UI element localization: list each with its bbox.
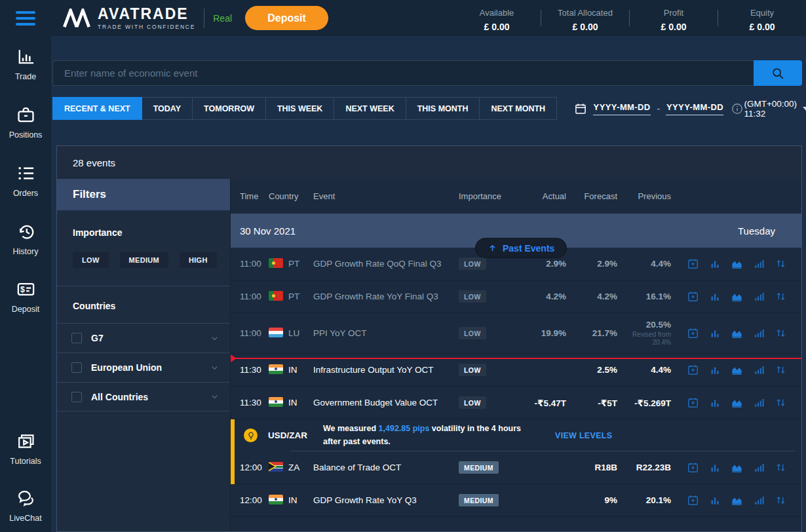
tab-this-week[interactable]: THIS WEEK <box>266 97 334 120</box>
tab-this-month[interactable]: THIS MONTH <box>406 97 480 120</box>
price-levels-icon[interactable] <box>775 327 787 339</box>
importance-cell: LOW <box>459 364 529 376</box>
importance-cell: LOW <box>459 327 529 339</box>
price-levels-icon[interactable] <box>775 494 787 506</box>
add-to-calendar-icon[interactable] <box>687 257 699 270</box>
add-to-calendar-icon[interactable] <box>687 290 699 303</box>
sidebar-item-tutorials[interactable]: Tutorials <box>0 431 51 466</box>
country-group-all-countries[interactable]: All Countries <box>57 382 230 411</box>
sidebar-item-history[interactable]: History <box>0 221 51 256</box>
sidebar-item-orders[interactable]: Orders <box>0 163 51 198</box>
volatility-bars-icon[interactable] <box>709 494 721 506</box>
past-events-button[interactable]: Past Events <box>475 238 567 258</box>
volatility-bars-icon[interactable] <box>709 257 721 270</box>
sidebar-item-label: LiveChat <box>9 514 41 523</box>
importance-medium-button[interactable]: MEDIUM <box>120 252 168 268</box>
sidebar-item-label: History <box>13 247 39 256</box>
row-actions <box>683 327 801 339</box>
volatility-bars-icon[interactable] <box>709 290 721 303</box>
area-chart-icon[interactable] <box>731 396 743 409</box>
impact-bars-icon[interactable] <box>753 364 765 376</box>
add-to-calendar-icon[interactable] <box>687 327 699 339</box>
area-chart-icon[interactable] <box>731 327 743 339</box>
area-chart-icon[interactable] <box>731 257 743 270</box>
volatility-bars-icon[interactable] <box>709 364 721 376</box>
importance-badge: MEDIUM <box>459 461 499 474</box>
date-to-input[interactable] <box>666 102 723 115</box>
sidebar-item-livechat[interactable]: LiveChat <box>0 488 51 523</box>
view-levels-link[interactable]: VIEW LEVELS <box>555 431 612 440</box>
price-levels-icon[interactable] <box>775 257 787 270</box>
actual-value: -₹5.47T <box>529 398 582 408</box>
events-table: Time Country Event Importance Actual For… <box>231 179 801 531</box>
events-count: 28 events <box>73 157 115 168</box>
row-actions <box>683 494 801 506</box>
g7-checkbox[interactable] <box>71 333 82 343</box>
highlight-bar <box>231 419 235 484</box>
stat-equity: Equity £ 0.00 <box>718 4 806 32</box>
event-time: 11:00 <box>240 259 269 269</box>
search-button[interactable] <box>754 60 802 86</box>
info-icon[interactable] <box>731 102 744 115</box>
eu-checkbox[interactable] <box>71 362 82 373</box>
calendar-icon[interactable] <box>574 102 587 115</box>
add-to-calendar-icon[interactable] <box>687 364 699 376</box>
account-type-label: Real <box>213 13 232 24</box>
area-chart-icon[interactable] <box>731 494 743 506</box>
search-input[interactable] <box>52 60 754 86</box>
add-to-calendar-icon[interactable] <box>687 461 699 474</box>
date-from-input[interactable] <box>593 102 651 115</box>
sidebar-item-positions[interactable]: Positions <box>0 105 51 140</box>
arrow-up-icon <box>488 243 497 253</box>
price-levels-icon[interactable] <box>775 364 787 376</box>
all-countries-checkbox[interactable] <box>71 392 82 402</box>
add-to-calendar-icon[interactable] <box>687 494 699 506</box>
timezone-selector[interactable]: (GMT+00:00) 11:32 <box>744 99 806 119</box>
tab-next-month[interactable]: NEXT MONTH <box>480 97 557 120</box>
price-levels-icon[interactable] <box>775 461 787 474</box>
deposit-button[interactable]: Deposit <box>245 6 328 30</box>
price-levels-icon[interactable] <box>775 396 787 409</box>
filters-panel: Filters Importance LOW MEDIUM HIGH Count… <box>57 179 231 531</box>
tab-today[interactable]: TODAY <box>142 97 193 120</box>
tab-recent-next[interactable]: RECENT & NEXT <box>52 97 142 120</box>
sidebar-item-trade[interactable]: Trade <box>0 47 51 81</box>
chevron-down-icon[interactable] <box>210 333 220 343</box>
impact-bars-icon[interactable] <box>753 396 765 409</box>
portugal-flag-icon <box>269 258 288 270</box>
forecast-value: R18B <box>582 463 633 472</box>
stat-value: £ 0.00 <box>630 22 718 32</box>
payment-card-icon <box>16 279 36 299</box>
tab-next-week[interactable]: NEXT WEEK <box>334 97 406 120</box>
country-group-european-union[interactable]: European Union <box>57 352 230 382</box>
event-row: 12:00 ZA Balance of Trade OCT MEDIUM R18… <box>231 451 801 484</box>
price-levels-icon[interactable] <box>775 290 787 303</box>
impact-bars-icon[interactable] <box>753 494 765 506</box>
tab-tomorrow[interactable]: TOMORROW <box>193 97 266 120</box>
area-chart-icon[interactable] <box>731 290 743 303</box>
impact-bars-icon[interactable] <box>753 257 765 270</box>
chevron-down-icon[interactable] <box>210 363 220 373</box>
chevron-down-icon[interactable] <box>210 392 220 402</box>
event-name: GDP Growth Rate YoY Q3 <box>313 495 459 505</box>
add-to-calendar-icon[interactable] <box>687 396 699 409</box>
importance-high-button[interactable]: HIGH <box>180 252 217 268</box>
event-time: 12:00 <box>240 463 269 472</box>
area-chart-icon[interactable] <box>731 364 743 376</box>
stat-profit: Profit £ 0.00 <box>630 4 718 32</box>
previous-value: 16.1% <box>633 292 683 301</box>
volatility-bars-icon[interactable] <box>709 327 721 339</box>
impact-bars-icon[interactable] <box>753 461 765 474</box>
sidebar-item-deposit[interactable]: Deposit <box>0 279 51 314</box>
volatility-bars-icon[interactable] <box>709 396 721 409</box>
impact-bars-icon[interactable] <box>753 327 765 339</box>
importance-badge: LOW <box>459 364 486 376</box>
importance-low-button[interactable]: LOW <box>73 252 109 268</box>
south-africa-flag-icon <box>269 462 288 474</box>
importance-filter-buttons: LOW MEDIUM HIGH <box>57 238 230 286</box>
hamburger-menu-icon[interactable] <box>0 11 51 26</box>
country-group-g7[interactable]: G7 <box>57 323 230 352</box>
volatility-bars-icon[interactable] <box>709 461 721 474</box>
area-chart-icon[interactable] <box>731 461 743 474</box>
impact-bars-icon[interactable] <box>753 290 765 303</box>
